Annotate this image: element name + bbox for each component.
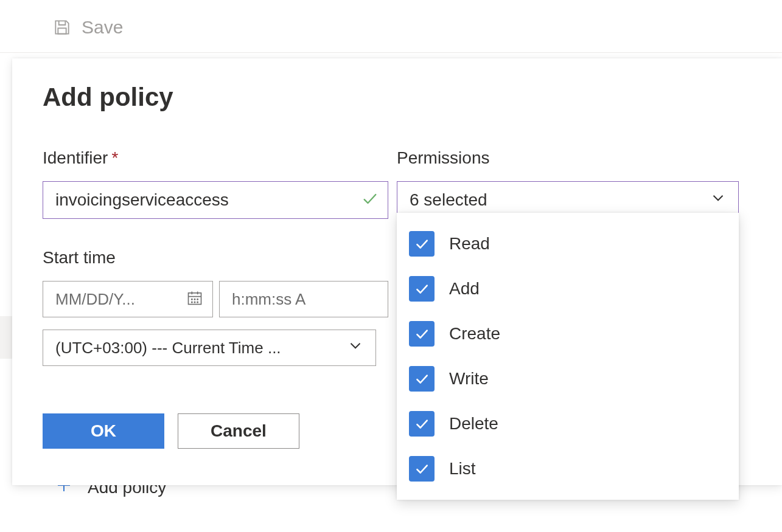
save-button-label[interactable]: Save [82, 17, 123, 38]
svg-point-7 [192, 299, 192, 300]
svg-point-9 [197, 299, 198, 300]
checkbox-checked-icon[interactable] [409, 276, 435, 302]
permission-label: Read [449, 234, 490, 254]
permission-label: Write [449, 369, 489, 389]
permission-label: Delete [449, 414, 498, 434]
checkbox-checked-icon[interactable] [409, 366, 435, 392]
start-time-label: Start time [43, 248, 388, 268]
identifier-input[interactable] [43, 181, 388, 219]
permission-label: Add [449, 279, 480, 299]
permission-label: Create [449, 324, 500, 344]
start-date-placeholder: MM/DD/Y... [55, 290, 135, 309]
panel-title: Add policy [43, 83, 752, 112]
identifier-label-text: Identifier [43, 148, 108, 168]
permission-label: List [449, 459, 476, 478]
permission-option-read[interactable]: Read [397, 221, 739, 266]
timezone-select[interactable]: (UTC+03:00) --- Current Time ... [43, 330, 376, 366]
checkmark-icon [361, 190, 379, 210]
permission-option-write[interactable]: Write [397, 356, 739, 401]
save-icon[interactable] [52, 18, 72, 37]
permissions-summary: 6 selected [410, 190, 487, 210]
svg-point-11 [194, 302, 195, 302]
permissions-dropdown: Read Add Create [397, 213, 739, 500]
permission-option-create[interactable]: Create [397, 311, 739, 356]
chevron-down-icon [709, 189, 727, 212]
permissions-label: Permissions [397, 148, 739, 168]
ok-button[interactable]: OK [43, 413, 164, 449]
required-indicator: * [111, 148, 118, 168]
svg-rect-0 [58, 28, 66, 33]
start-time-input[interactable]: h:mm:ss A [219, 281, 388, 317]
start-time-placeholder: h:mm:ss A [232, 290, 305, 309]
svg-point-8 [194, 299, 195, 300]
svg-point-12 [197, 302, 198, 302]
calendar-icon[interactable] [186, 289, 203, 309]
permission-option-delete[interactable]: Delete [397, 401, 739, 446]
background-selection-strip [0, 316, 12, 359]
checkbox-checked-icon[interactable] [409, 456, 435, 482]
permission-option-list[interactable]: List [397, 446, 739, 491]
add-policy-panel: Add policy Identifier * Start time [12, 58, 782, 485]
permission-option-add[interactable]: Add [397, 266, 739, 311]
checkbox-checked-icon[interactable] [409, 411, 435, 437]
cancel-button[interactable]: Cancel [178, 413, 299, 449]
checkbox-checked-icon[interactable] [409, 231, 435, 257]
chevron-down-icon [346, 337, 365, 359]
svg-point-10 [192, 302, 192, 302]
timezone-value: (UTC+03:00) --- Current Time ... [55, 339, 281, 358]
toolbar: Save [0, 0, 782, 53]
checkbox-checked-icon[interactable] [409, 321, 435, 347]
identifier-label: Identifier * [43, 148, 388, 168]
